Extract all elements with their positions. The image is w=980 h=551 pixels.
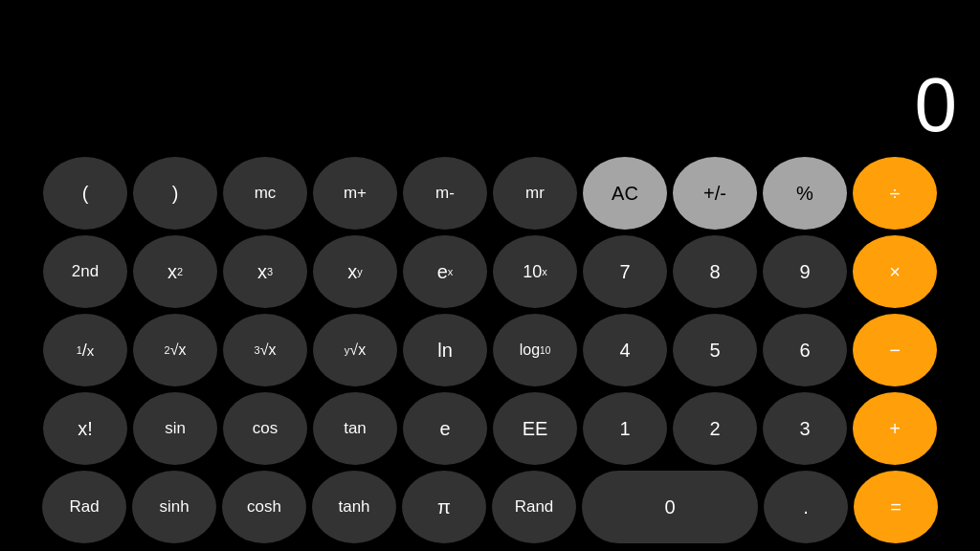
calculator-buttons: ()mcm+m-mrAC+/-%÷2ndx2x3xyex10x789×1/x2√…: [0, 153, 980, 551]
btn-mr[interactable]: mr: [493, 157, 577, 230]
btn-x-squared[interactable]: x2: [133, 235, 217, 308]
btn-ee[interactable]: EE: [493, 392, 577, 465]
btn-8[interactable]: 8: [673, 235, 757, 308]
btn-cbrt[interactable]: 3√x: [223, 314, 307, 386]
btn-sinh[interactable]: sinh: [132, 471, 216, 543]
btn-log10[interactable]: log10: [493, 314, 577, 386]
btn-yth-root[interactable]: y√x: [313, 314, 397, 386]
btn-m-plus[interactable]: m+: [313, 157, 397, 230]
btn-reciprocal[interactable]: 1/x: [43, 314, 127, 386]
btn-9[interactable]: 9: [763, 235, 847, 308]
btn-e-to-x[interactable]: ex: [403, 235, 487, 308]
btn-ac[interactable]: AC: [583, 157, 667, 230]
btn-percent[interactable]: %: [763, 157, 847, 230]
btn-4[interactable]: 4: [583, 314, 667, 386]
btn-ln[interactable]: ln: [403, 314, 487, 386]
btn-paren-open[interactable]: (: [43, 157, 127, 230]
btn-x-cubed[interactable]: x3: [223, 235, 307, 308]
btn-equals[interactable]: =: [854, 471, 938, 543]
btn-subtract[interactable]: −: [853, 314, 937, 386]
button-row-4: RadsinhcoshtanhπRand0.=: [8, 471, 972, 543]
btn-7[interactable]: 7: [583, 235, 667, 308]
btn-e[interactable]: e: [403, 392, 487, 465]
btn-rand[interactable]: Rand: [492, 471, 576, 543]
btn-tan[interactable]: tan: [313, 392, 397, 465]
button-row-0: ()mcm+m-mrAC+/-%÷: [8, 157, 972, 230]
button-row-3: x!sincostaneEE123+: [8, 392, 972, 465]
btn-3[interactable]: 3: [763, 392, 847, 465]
btn-2[interactable]: 2: [673, 392, 757, 465]
btn-sqrt[interactable]: 2√x: [133, 314, 217, 386]
btn-1[interactable]: 1: [583, 392, 667, 465]
btn-multiply[interactable]: ×: [853, 235, 937, 308]
btn-add[interactable]: +: [853, 392, 937, 465]
btn-rad[interactable]: Rad: [42, 471, 126, 543]
btn-m-minus[interactable]: m-: [403, 157, 487, 230]
btn-5[interactable]: 5: [673, 314, 757, 386]
btn-cos[interactable]: cos: [223, 392, 307, 465]
btn-tanh[interactable]: tanh: [312, 471, 396, 543]
btn-decimal[interactable]: .: [764, 471, 848, 543]
btn-x-to-y[interactable]: xy: [313, 235, 397, 308]
btn-cosh[interactable]: cosh: [222, 471, 306, 543]
btn-pi[interactable]: π: [402, 471, 486, 543]
button-row-1: 2ndx2x3xyex10x789×: [8, 235, 972, 308]
btn-0[interactable]: 0: [582, 471, 758, 543]
btn-6[interactable]: 6: [763, 314, 847, 386]
button-row-2: 1/x2√x3√xy√xlnlog10456−: [8, 314, 972, 386]
btn-divide[interactable]: ÷: [853, 157, 937, 230]
btn-factorial[interactable]: x!: [43, 392, 127, 465]
btn-paren-close[interactable]: ): [133, 157, 217, 230]
display: 0: [0, 0, 980, 153]
display-value: 0: [915, 67, 958, 143]
btn-mc[interactable]: mc: [223, 157, 307, 230]
btn-sin[interactable]: sin: [133, 392, 217, 465]
btn-plus-minus[interactable]: +/-: [673, 157, 757, 230]
btn-10-to-x[interactable]: 10x: [493, 235, 577, 308]
btn-2nd[interactable]: 2nd: [43, 235, 127, 308]
